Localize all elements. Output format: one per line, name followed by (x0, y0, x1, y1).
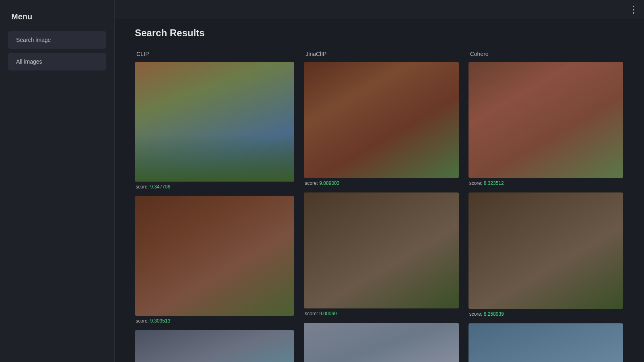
jina-result-3: score: 8.941299 (304, 323, 458, 362)
score-value: 8.323512 (484, 180, 504, 186)
jina-result-1: score: 9.089003 (304, 62, 458, 186)
sidebar-title: Menu (8, 12, 106, 21)
cohere-result-2: score: 8.258939 (469, 192, 623, 316)
jina-score-1: score: 9.089003 (304, 180, 458, 186)
jina-image-3[interactable] (304, 323, 458, 362)
cohere-column: Cohere score: 8.323512 score: 8.258939 s (464, 51, 628, 362)
clip-score-1: score: 9.347706 (135, 184, 294, 190)
clip-column-header: CLIP (135, 51, 294, 57)
score-value: 9.00069 (319, 311, 336, 316)
jinaclip-column: JinaClIP score: 9.089003 score: 9.00069 (299, 51, 463, 362)
all-images-button[interactable]: All images (8, 53, 106, 70)
score-label: score: (305, 311, 318, 316)
score-value: 8.258939 (484, 311, 504, 317)
score-value: 9.347706 (150, 184, 170, 190)
clip-score-2: score: 9.303513 (135, 318, 294, 324)
clip-result-3: score: 9.222469 (135, 330, 294, 362)
clip-column: CLIP score: 9.347706 score: 9.303513 sco (135, 51, 299, 362)
clip-result-1: score: 9.347706 (135, 62, 294, 190)
cohere-column-header: Cohere (469, 51, 623, 57)
score-value: 9.089003 (319, 180, 339, 186)
cohere-result-3: score: 8.17493 (469, 323, 623, 362)
score-value: 9.303513 (150, 318, 170, 324)
score-label: score: (469, 180, 483, 186)
score-label: score: (136, 184, 149, 190)
main-content: Search Results CLIP score: 9.347706 scor… (115, 0, 644, 362)
search-image-button[interactable]: Search image (8, 31, 106, 49)
more-options-button[interactable] (631, 4, 636, 15)
cohere-image-1[interactable] (469, 62, 623, 178)
page-title: Search Results (135, 27, 628, 39)
jinaclip-column-header: JinaClIP (304, 51, 458, 57)
cohere-image-2[interactable] (469, 192, 623, 308)
score-label: score: (136, 318, 149, 324)
cohere-score-1: score: 8.323512 (469, 180, 623, 186)
cohere-score-2: score: 8.258939 (469, 311, 623, 317)
clip-image-3[interactable] (135, 330, 294, 362)
sidebar: Menu Search image All images (0, 0, 115, 362)
jina-image-1[interactable] (304, 62, 458, 178)
cohere-image-3[interactable] (469, 323, 623, 362)
score-label: score: (469, 311, 483, 317)
jina-result-2: score: 9.00069 (304, 192, 458, 316)
cohere-result-1: score: 8.323512 (469, 62, 623, 186)
jina-score-2: score: 9.00069 (304, 311, 458, 316)
results-grid: CLIP score: 9.347706 score: 9.303513 sco (135, 51, 628, 362)
clip-result-2: score: 9.303513 (135, 196, 294, 324)
score-label: score: (305, 180, 318, 186)
clip-image-1[interactable] (135, 62, 294, 182)
clip-image-2[interactable] (135, 196, 294, 316)
jina-image-2[interactable] (304, 192, 458, 308)
header-bar (115, 0, 644, 19)
